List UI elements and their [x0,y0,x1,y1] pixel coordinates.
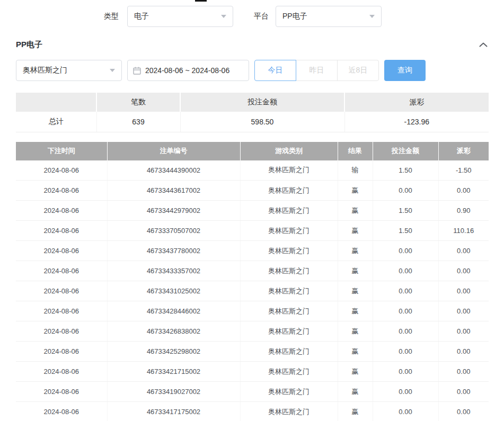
date-range-picker[interactable]: 2024-08-06 ~ 2024-08-06 [127,60,249,81]
platform-select-value: PP电子 [282,12,307,21]
summary-total-label: 总计 [16,112,96,132]
game-select[interactable]: 奥林匹斯之门 [16,60,122,81]
result-cell: 输 [338,160,373,181]
payout-cell: 0.00 [438,402,489,421]
summary-bet-amount-value: 598.50 [180,112,344,132]
bet-time-cell: 2024-08-06 [16,160,107,181]
bet-time-cell: 2024-08-06 [16,382,107,402]
result-cell: 赢 [338,301,373,321]
result-cell: 赢 [338,402,373,421]
section-header: PP电子 [16,40,489,49]
game-category-cell: 奥林匹斯之门 [240,261,338,281]
table-row: 2024-08-0646733370507002奥林匹斯之门赢1.50110.1… [16,221,489,241]
game-category-cell: 奥林匹斯之门 [240,301,338,321]
bet-amount-cell: 0.00 [373,261,438,281]
game-category-cell: 奥林匹斯之门 [240,201,338,221]
result-cell: 赢 [338,281,373,301]
payout-cell: 0.00 [438,321,489,342]
bet-time-cell: 2024-08-06 [16,181,107,201]
game-category-cell: 奥林匹斯之门 [240,241,338,261]
summary-table: 笔数 投注金额 派彩 总计 639 598.50 -123.96 [16,93,489,132]
order-id-cell: 46733417175002 [107,402,240,421]
order-id-cell: 46733433357002 [107,261,240,281]
payout-cell: 0.90 [438,201,489,221]
type-select[interactable]: 电子 [127,6,233,27]
payout-cell: 0.00 [438,362,489,382]
page-content: 类型 电子 平台 PP电子 PP电子 奥林匹斯之门 [0,6,504,421]
game-category-cell: 奥林匹斯之门 [240,160,338,181]
bet-amount-cell: 1.50 [373,221,438,241]
bet-amount-cell: 0.00 [373,281,438,301]
result-cell: 赢 [338,342,373,362]
quick-date-button-group: 今日 昨日 近8日 [254,60,379,81]
order-id-cell: 46733443617002 [107,181,240,201]
chevron-down-icon [221,15,226,18]
table-row: 2024-08-0646733443617002奥林匹斯之门赢0.000.00 [16,181,489,201]
bet-time-cell: 2024-08-06 [16,362,107,382]
table-row: 2024-08-0646733442979002奥林匹斯之门赢1.500.90 [16,201,489,221]
bet-amount-cell: 0.00 [373,402,438,421]
order-id-cell: 46733428446002 [107,301,240,321]
date-range-value: 2024-08-06 ~ 2024-08-06 [145,66,229,75]
summary-count-value: 639 [96,112,180,132]
bet-amount-cell: 0.00 [373,342,438,362]
bet-amount-cell: 1.50 [373,160,438,181]
header-order-id: 注单编号 [107,142,240,160]
table-row: 2024-08-0646733437780002奥林匹斯之门赢0.000.00 [16,241,489,261]
header-bet-time: 下注时间 [16,142,107,160]
summary-total-row: 总计 639 598.50 -123.96 [16,112,489,132]
bet-time-cell: 2024-08-06 [16,261,107,281]
payout-cell: 0.00 [438,181,489,201]
result-cell: 赢 [338,362,373,382]
header-bet-amount: 投注金额 [373,142,438,160]
chevron-down-icon [369,15,375,18]
summary-header-payout: 派彩 [344,93,489,112]
table-row: 2024-08-0646733431025002奥林匹斯之门赢0.000.00 [16,281,489,301]
today-button[interactable]: 今日 [254,60,296,81]
bet-amount-cell: 0.00 [373,241,438,261]
header-payout: 派彩 [438,142,489,160]
search-button[interactable]: 查询 [384,60,426,81]
result-cell: 赢 [338,321,373,342]
type-select-value: 电子 [134,12,149,21]
table-row: 2024-08-0646733426838002奥林匹斯之门赢0.000.00 [16,321,489,342]
header-game-category: 游戏类别 [240,142,338,160]
bet-amount-cell: 0.00 [373,362,438,382]
calendar-icon [133,67,141,75]
table-row: 2024-08-0646733421715002奥林匹斯之门赢0.000.00 [16,362,489,382]
bet-time-cell: 2024-08-06 [16,201,107,221]
collapse-section-button[interactable] [478,41,489,48]
game-category-cell: 奥林匹斯之门 [240,382,338,402]
last-8-days-button[interactable]: 近8日 [337,60,379,81]
summary-header-bet-amount: 投注金额 [180,93,344,112]
bet-time-cell: 2024-08-06 [16,241,107,261]
yesterday-button[interactable]: 昨日 [296,60,338,81]
result-cell: 赢 [338,181,373,201]
summary-header-blank [16,93,96,112]
top-filter-bar: 类型 电子 平台 PP电子 [16,6,489,27]
table-row: 2024-08-0646733433357002奥林匹斯之门赢0.000.00 [16,261,489,281]
chevron-up-icon [479,42,488,47]
table-row: 2024-08-0646733428446002奥林匹斯之门赢0.000.00 [16,301,489,321]
platform-filter-label: 平台 [254,12,269,21]
result-cell: 赢 [338,221,373,241]
game-category-cell: 奥林匹斯之门 [240,181,338,201]
result-cell: 赢 [338,241,373,261]
result-cell: 赢 [338,261,373,281]
summary-header-row: 笔数 投注金额 派彩 [16,93,489,112]
bet-amount-cell: 0.00 [373,321,438,342]
payout-cell: 0.00 [438,281,489,301]
payout-cell: 0.00 [438,342,489,362]
payout-cell: 0.00 [438,301,489,321]
order-id-cell: 46733437780002 [107,241,240,261]
bet-amount-cell: 0.00 [373,181,438,201]
game-category-cell: 奥林匹斯之门 [240,402,338,421]
summary-header-count: 笔数 [96,93,180,112]
order-id-cell: 46733421715002 [107,362,240,382]
game-category-cell: 奥林匹斯之门 [240,281,338,301]
order-id-cell: 46733370507002 [107,221,240,241]
payout-cell: 0.00 [438,241,489,261]
platform-select[interactable]: PP电子 [276,6,382,27]
bet-table-header-row: 下注时间 注单编号 游戏类别 结果 投注金额 派彩 [16,142,489,160]
game-category-cell: 奥林匹斯之门 [240,342,338,362]
